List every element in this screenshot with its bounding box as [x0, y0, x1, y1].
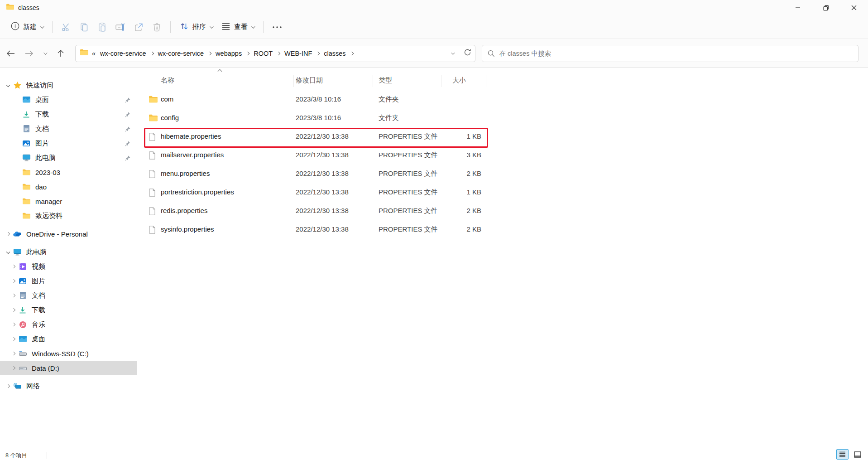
- sidebar-item-data-d[interactable]: Data (D:): [0, 361, 137, 375]
- sort-button[interactable]: 排序: [175, 19, 217, 35]
- rename-button[interactable]: [111, 19, 129, 35]
- address-bar[interactable]: « wx-core-service wx-core-service webapp…: [75, 45, 475, 62]
- sidebar-item-onedrive[interactable]: OneDrive - Personal: [0, 227, 137, 241]
- ellipsis-icon: [272, 26, 282, 29]
- minimize-button[interactable]: [784, 0, 812, 15]
- sidebar-item-pictures[interactable]: 图片: [0, 136, 137, 150]
- file-row-config[interactable]: config 2023/3/8 10:16 文件夹: [137, 109, 868, 128]
- sidebar-item-this-pc[interactable]: 此电脑: [0, 245, 137, 259]
- forward-button[interactable]: [20, 45, 38, 62]
- chevron-down-icon[interactable]: [6, 83, 10, 87]
- cut-button[interactable]: [57, 19, 75, 35]
- chevron-right-icon[interactable]: [12, 265, 15, 268]
- chevron-right-icon[interactable]: [12, 294, 15, 297]
- sidebar-item-pictures-pc[interactable]: 图片: [0, 274, 137, 288]
- file-row-menu-properties[interactable]: menu.properties 2022/12/30 13:38 PROPERT…: [137, 165, 868, 184]
- back-button[interactable]: [2, 45, 20, 62]
- refresh-button[interactable]: [464, 48, 471, 58]
- column-divider[interactable]: [373, 75, 373, 87]
- chevron-right-icon[interactable]: [12, 366, 15, 370]
- sidebar-item-dao[interactable]: dao: [0, 179, 137, 194]
- up-button[interactable]: [52, 45, 70, 62]
- chevron-right-icon[interactable]: [12, 337, 15, 341]
- new-button[interactable]: 新建: [6, 19, 48, 35]
- chevron-right-icon[interactable]: [12, 279, 15, 283]
- music-icon: [18, 321, 27, 328]
- sidebar-item-downloads[interactable]: 下载: [0, 107, 137, 121]
- search-box[interactable]: [482, 45, 858, 62]
- file-name: hibernate.properties: [161, 132, 221, 140]
- file-name: portrestriction.properties: [161, 188, 234, 196]
- recent-locations-button[interactable]: [38, 45, 52, 62]
- sidebar-item-zhiyuan-ziliao[interactable]: 致远资料: [0, 208, 137, 223]
- sidebar-item-desktop-pc[interactable]: 桌面: [0, 332, 137, 346]
- breadcrumb-segment[interactable]: wx-core-service: [97, 50, 149, 57]
- breadcrumb-overflow[interactable]: «: [92, 50, 96, 57]
- file-row-redis-properties[interactable]: redis.properties 2022/12/30 13:38 PROPER…: [137, 202, 868, 221]
- paste-button[interactable]: [93, 19, 111, 35]
- close-button[interactable]: [840, 0, 868, 15]
- sidebar-item-quick-access[interactable]: 快速访问: [0, 78, 137, 92]
- breadcrumb-segment[interactable]: webapps: [213, 50, 245, 57]
- address-row: « wx-core-service wx-core-service webapp…: [0, 39, 868, 68]
- item-count: 8 个项目: [5, 452, 27, 460]
- view-lines-icon: [221, 22, 230, 32]
- sidebar-item-label: dao: [35, 183, 47, 191]
- sidebar-item-documents-pc[interactable]: 文档: [0, 288, 137, 303]
- chevron-right-icon: [316, 51, 320, 55]
- breadcrumb-segment[interactable]: WEB-INF: [282, 50, 315, 57]
- column-divider[interactable]: [486, 75, 486, 87]
- chevron-right-icon[interactable]: [12, 352, 15, 355]
- sidebar-item-network[interactable]: 网络: [0, 379, 137, 393]
- sidebar-item-videos[interactable]: 视频: [0, 259, 137, 274]
- copy-button[interactable]: [75, 19, 93, 35]
- column-divider[interactable]: [441, 75, 441, 87]
- chevron-right-icon[interactable]: [12, 308, 15, 312]
- column-header-size[interactable]: 大小: [452, 76, 466, 85]
- search-input[interactable]: [499, 50, 853, 57]
- breadcrumb-segment[interactable]: ROOT: [251, 50, 275, 57]
- sidebar-item-music[interactable]: 音乐: [0, 317, 137, 332]
- file-row-sysinfo-properties[interactable]: sysinfo.properties 2022/12/30 13:38 PROP…: [137, 221, 868, 239]
- file-row-com[interactable]: com 2023/3/8 10:16 文件夹: [137, 91, 868, 109]
- file-row-portrestriction-properties[interactable]: portrestriction.properties 2022/12/30 13…: [137, 184, 868, 202]
- sidebar-item-manager[interactable]: manager: [0, 194, 137, 208]
- address-dropdown-button[interactable]: [451, 51, 455, 54]
- pin-icon: [125, 155, 130, 162]
- chevron-right-icon[interactable]: [6, 232, 10, 236]
- file-icon: [149, 151, 155, 161]
- new-button-label: 新建: [23, 23, 37, 31]
- more-options-button[interactable]: [268, 19, 286, 35]
- sidebar-item-label: 图片: [35, 139, 49, 148]
- file-date: 2023/3/8 10:16: [296, 95, 341, 103]
- column-header-name[interactable]: 名称: [161, 76, 174, 85]
- delete-button[interactable]: [148, 19, 166, 35]
- column-header-type[interactable]: 类型: [379, 76, 392, 85]
- share-button[interactable]: [129, 19, 148, 35]
- toolbar-divider: [52, 21, 53, 33]
- breadcrumb-segment[interactable]: wx-core-service: [155, 50, 207, 57]
- file-row-mailserver-properties[interactable]: mailserver.properties 2022/12/30 13:38 P…: [137, 146, 868, 165]
- file-name: com: [161, 95, 173, 103]
- column-divider[interactable]: [293, 75, 294, 87]
- sidebar-item-desktop[interactable]: 桌面: [0, 92, 137, 107]
- file-name: menu.properties: [161, 169, 210, 177]
- file-row-hibernate-properties[interactable]: hibernate.properties 2022/12/30 13:38 PR…: [137, 128, 868, 146]
- column-header-date[interactable]: 修改日期: [296, 76, 323, 85]
- sidebar-item-downloads-pc[interactable]: 下载: [0, 303, 137, 317]
- chevron-down-icon[interactable]: [6, 250, 10, 254]
- file-date: 2022/12/30 13:38: [296, 132, 349, 140]
- restore-button[interactable]: [812, 0, 840, 15]
- view-button[interactable]: 查看: [217, 19, 259, 35]
- window-title: classes: [18, 4, 39, 11]
- large-icons-view-button[interactable]: [851, 449, 863, 460]
- details-view-button[interactable]: [836, 449, 849, 460]
- sidebar-item-documents[interactable]: 文档: [0, 121, 137, 136]
- sidebar-item-2023-03[interactable]: 2023-03: [0, 165, 137, 179]
- chevron-right-icon[interactable]: [6, 384, 10, 388]
- sidebar-item-this-pc-pinned[interactable]: 此电脑: [0, 150, 137, 165]
- chevron-right-icon[interactable]: [12, 323, 15, 326]
- breadcrumb-segment[interactable]: classes: [321, 50, 348, 57]
- share-icon: [134, 22, 144, 32]
- sidebar-item-windows-ssd-c[interactable]: Windows-SSD (C:): [0, 346, 137, 361]
